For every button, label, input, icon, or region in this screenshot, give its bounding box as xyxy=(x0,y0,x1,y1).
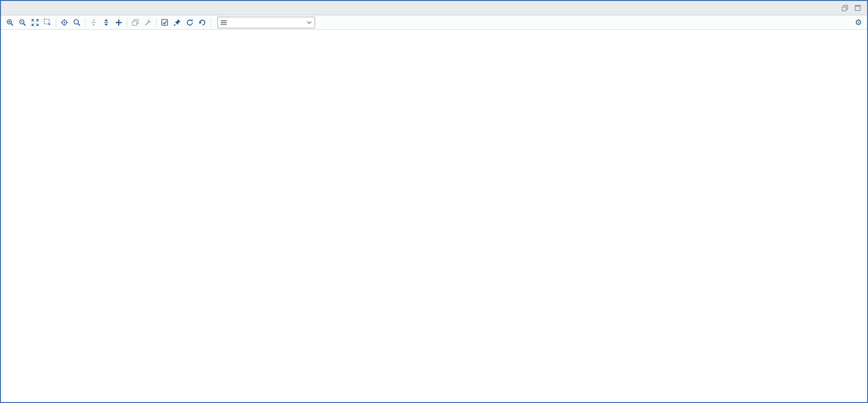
validate-design-icon[interactable] xyxy=(158,17,171,28)
zoom-in-icon[interactable] xyxy=(4,17,16,28)
tab-bar xyxy=(1,1,867,15)
view-selector-dropdown[interactable] xyxy=(217,17,315,28)
toolbar-separator xyxy=(127,18,127,27)
auto-fit-selection-icon[interactable] xyxy=(58,17,71,28)
duplicate-icon[interactable] xyxy=(129,17,142,28)
diagram-canvas[interactable] xyxy=(1,30,867,402)
maximize-icon[interactable] xyxy=(853,3,862,13)
vivado-diagram-window: ⚙ xyxy=(0,0,868,403)
expand-hierarchy-icon[interactable] xyxy=(100,17,112,28)
help-icon[interactable] xyxy=(827,3,836,13)
tab-bar-space xyxy=(1,1,827,15)
diagram-toolbar: ⚙ xyxy=(1,15,867,30)
chevron-down-icon xyxy=(307,19,312,26)
refresh-icon[interactable] xyxy=(184,17,196,28)
customize-block-icon[interactable] xyxy=(142,17,154,28)
float-window-icon[interactable] xyxy=(840,3,849,13)
zoom-out-icon[interactable] xyxy=(16,17,29,28)
toolbar-separator xyxy=(156,18,157,27)
toolbar-separator xyxy=(210,18,211,27)
fit-view-icon[interactable] xyxy=(29,17,41,28)
list-icon xyxy=(221,20,227,25)
pin-icon[interactable] xyxy=(171,17,184,28)
add-ip-icon[interactable] xyxy=(112,17,125,28)
toolbar-separator xyxy=(85,18,85,27)
window-buttons xyxy=(827,1,867,15)
collapse-hierarchy-icon[interactable] xyxy=(87,17,100,28)
search-icon[interactable] xyxy=(71,17,83,28)
zoom-to-selection-icon[interactable] xyxy=(41,17,54,28)
regenerate-layout-icon[interactable] xyxy=(196,17,209,28)
toolbar-separator xyxy=(56,18,56,27)
gear-icon[interactable]: ⚙ xyxy=(855,19,862,26)
